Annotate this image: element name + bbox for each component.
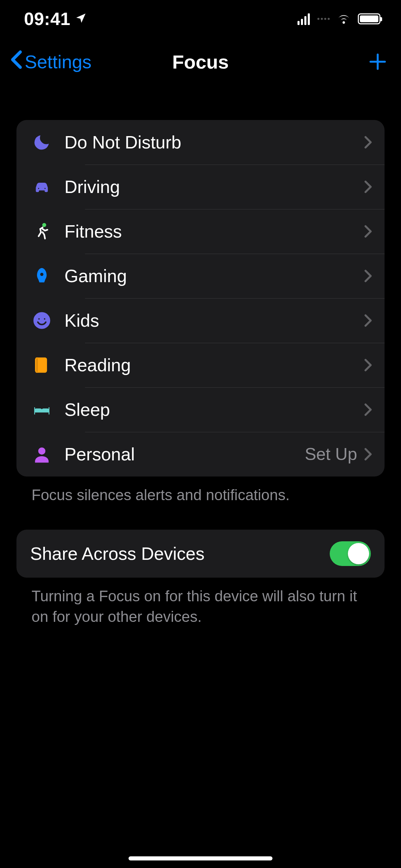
chevron-right-icon	[364, 403, 372, 416]
focus-row-driving[interactable]: Driving	[16, 165, 385, 209]
cellular-secondary-icon	[317, 18, 330, 20]
page-title: Focus	[172, 51, 229, 73]
smiley-icon	[27, 311, 57, 330]
focus-row-label: Kids	[64, 310, 364, 331]
status-time: 09:41	[24, 9, 71, 29]
running-icon	[27, 222, 57, 241]
battery-icon	[358, 13, 380, 24]
focus-row-kids[interactable]: Kids	[16, 298, 385, 343]
location-icon	[75, 12, 87, 26]
status-left: 09:41	[24, 9, 87, 29]
chevron-right-icon	[364, 448, 372, 461]
focus-row-label: Personal	[64, 444, 305, 465]
focus-row-gaming[interactable]: Gaming	[16, 254, 385, 298]
share-across-devices-row[interactable]: Share Across Devices	[16, 530, 385, 578]
focus-modes-group: Do Not DisturbDrivingFitnessGamingKidsRe…	[16, 120, 385, 477]
chevron-right-icon	[364, 180, 372, 193]
chevron-right-icon	[364, 269, 372, 282]
chevron-right-icon	[364, 136, 372, 149]
focus-row-sleep[interactable]: Sleep	[16, 387, 385, 432]
back-label: Settings	[25, 51, 92, 72]
focus-row-label: Fitness	[64, 221, 364, 242]
content: Do Not DisturbDrivingFitnessGamingKidsRe…	[0, 86, 401, 627]
share-toggle[interactable]	[330, 541, 371, 566]
focus-row-label: Reading	[64, 355, 364, 375]
wifi-icon	[336, 12, 352, 26]
status-bar: 09:41	[0, 0, 401, 38]
focus-row-personal[interactable]: PersonalSet Up	[16, 432, 385, 477]
nav-bar: Settings Focus	[0, 38, 401, 86]
switch-knob	[348, 543, 369, 564]
chevron-right-icon	[364, 314, 372, 327]
person-icon	[27, 445, 57, 464]
car-icon	[27, 177, 57, 196]
share-label: Share Across Devices	[30, 543, 205, 564]
share-footer-note: Turning a Focus on for this device will …	[16, 578, 385, 627]
cellular-icon	[297, 13, 310, 25]
focus-footer-note: Focus silences alerts and notifications.	[16, 477, 385, 505]
focus-row-label: Sleep	[64, 399, 364, 420]
add-button[interactable]	[368, 38, 387, 86]
focus-row-label: Do Not Disturb	[64, 132, 364, 153]
share-group: Share Across Devices	[16, 530, 385, 578]
focus-row-dnd[interactable]: Do Not Disturb	[16, 120, 385, 165]
chevron-right-icon	[364, 225, 372, 238]
focus-row-fitness[interactable]: Fitness	[16, 209, 385, 254]
focus-row-label: Driving	[64, 177, 364, 197]
chevron-right-icon	[364, 359, 372, 372]
focus-row-label: Gaming	[64, 266, 364, 286]
back-button[interactable]: Settings	[7, 38, 95, 86]
home-indicator[interactable]	[129, 856, 272, 860]
book-icon	[27, 355, 57, 375]
chevron-left-icon	[10, 50, 23, 73]
focus-row-reading[interactable]: Reading	[16, 343, 385, 387]
bed-icon	[27, 400, 57, 419]
rocket-icon	[27, 266, 57, 286]
status-right	[297, 12, 380, 26]
focus-row-detail: Set Up	[305, 444, 357, 464]
moon-icon	[27, 133, 57, 152]
